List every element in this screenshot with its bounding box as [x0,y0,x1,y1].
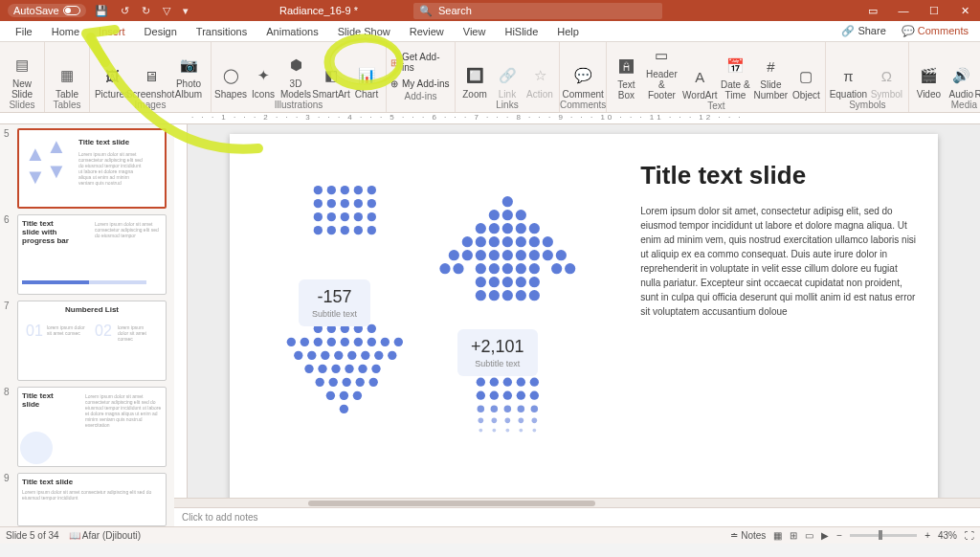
svg-point-39 [361,351,369,360]
zoom-in[interactable]: + [924,530,930,541]
headerfooter-button[interactable]: ▭Header & Footer [643,44,679,100]
notes-toggle[interactable]: ≐ Notes [730,530,766,541]
svg-point-5 [314,199,323,208]
audio-button[interactable]: 🔊Audio [946,64,976,100]
action-button[interactable]: ☆Action [524,64,555,100]
comment-icon: 💬 [573,66,592,85]
svg-point-88 [529,263,540,274]
pictures-button[interactable]: 🖼Pictures [94,64,130,100]
current-slide[interactable]: -157 Subtitle text +2,101 Subtitle text … [230,134,938,498]
svg-point-73 [449,250,459,260]
view-normal-icon[interactable]: ▦ [773,530,782,541]
comment-button[interactable]: 💬Comment [565,64,601,100]
share-button[interactable]: 🔗 Share [835,25,891,37]
svg-point-36 [321,351,329,360]
svg-point-72 [543,236,553,247]
chart-button[interactable]: 📊Chart [351,64,382,100]
slide-title[interactable]: Title text slide [640,161,919,190]
undo-icon[interactable]: ↺ [121,5,129,16]
scrollbar-horizontal[interactable] [174,498,980,507]
object-button[interactable]: ▢Object [791,65,821,100]
view-slideshow-icon[interactable]: ▶ [821,530,829,541]
search-box[interactable]: 🔍 Search [413,3,662,19]
maximize-icon[interactable]: ☐ [919,0,949,21]
redo-icon[interactable]: ↻ [142,5,150,16]
thumbnail-7[interactable]: 7 Numbered List 01 02 lorem ipsum dolor … [4,301,167,381]
icons-button[interactable]: ✦Icons [248,64,278,100]
tab-view[interactable]: View [454,21,496,42]
table-button[interactable]: ▦Table [49,64,85,100]
view-sorter-icon[interactable]: ⊞ [790,530,797,541]
slide-thumbnails[interactable]: 5 ▲ ▲ ▼ ▼ Title text slide Lorem ipsum d… [0,124,174,526]
svg-point-122 [492,429,496,433]
tab-animations[interactable]: Animations [256,21,327,42]
shapes-button[interactable]: ◯Shapes [215,64,246,100]
3dmodels-button[interactable]: ⬢3D Models [280,54,311,100]
svg-point-65 [529,223,540,234]
photo-album-icon: 📷 [179,56,198,75]
get-addins-button[interactable]: ⊞Get Add-ins [387,50,455,75]
fit-window-icon[interactable]: ⛶ [965,530,974,541]
svg-point-86 [502,263,513,274]
svg-point-17 [341,226,349,234]
tab-hislide[interactable]: HiSlide [495,21,547,42]
zoom-slider[interactable] [850,534,917,537]
slide-body[interactable]: Lorem ipsum dolor sit amet, consectetur … [640,204,919,319]
zoom-button[interactable]: 🔲Zoom [459,64,490,100]
my-addins-button[interactable]: ⊕My Add-ins [387,77,455,91]
tab-design[interactable]: Design [135,21,187,42]
svg-point-44 [331,365,340,373]
tab-transitions[interactable]: Transitions [187,21,256,42]
svg-point-106 [477,391,485,400]
svg-point-6 [327,199,336,208]
svg-point-101 [477,378,485,387]
save-icon[interactable]: 💾 [95,5,108,16]
zoom-level[interactable]: 43% [938,530,957,541]
symbol-button[interactable]: ΩSymbol [868,64,904,100]
thumbnail-9[interactable]: 9 Title text slide Lorem ipsum dolor sit… [4,473,167,526]
tab-slideshow[interactable]: Slide Show [328,21,400,42]
link-icon: 🔗 [498,66,517,85]
group-illustrations: ◯Shapes ✦Icons ⬢3D Models ◧SmartArt 📊Cha… [212,42,387,112]
video-button[interactable]: 🎬Video [913,64,944,100]
zoom-out[interactable]: − [836,530,842,541]
view-reading-icon[interactable]: ▭ [805,530,813,541]
textbox-button[interactable]: 🅰Text Box [611,55,641,100]
svg-point-14 [368,212,376,221]
new-slide-button[interactable]: ▤New Slide [4,54,40,100]
table-icon: ▦ [57,66,77,85]
customize-qat-icon[interactable]: ▾ [183,5,189,16]
tab-help[interactable]: Help [547,21,589,42]
slide-canvas[interactable]: -157 Subtitle text +2,101 Subtitle text … [188,124,980,498]
svg-point-12 [341,212,349,221]
svg-point-54 [340,391,348,400]
thumbnail-6[interactable]: 6 Title text slide with progress bar Lor… [4,214,167,295]
start-icon[interactable]: ▽ [163,5,170,16]
screenshot-button[interactable]: 🖥Screenshot [132,64,168,100]
svg-point-87 [516,263,526,274]
datetime-button[interactable]: 📅Date & Time [720,55,750,100]
svg-point-117 [492,418,498,424]
notes-pane[interactable]: Click to add notes [174,507,980,526]
equation-button[interactable]: πEquation [830,64,866,100]
link-button[interactable]: 🔗Link [492,64,523,100]
svg-point-29 [341,338,349,346]
ribbon-options-icon[interactable]: ▭ [858,0,888,21]
minimize-icon[interactable]: — [888,0,919,21]
autosave-toggle[interactable]: AutoSave [8,4,86,17]
tab-insert[interactable]: Insert [89,21,135,42]
comments-button[interactable]: 💬 Comments [896,25,974,37]
wordart-button[interactable]: AWordArt [681,65,718,100]
svg-point-59 [502,210,513,220]
lang-label[interactable]: 📖 Afar (Djibouti) [69,530,141,541]
slidenumber-button[interactable]: #Slide Number [752,55,789,100]
tab-review[interactable]: Review [400,21,454,42]
thumbnail-5[interactable]: 5 ▲ ▲ ▼ ▼ Title text slide Lorem ipsum d… [4,128,167,209]
tab-home[interactable]: Home [42,21,89,42]
smartart-button[interactable]: ◧SmartArt [313,64,349,100]
photo-album-button[interactable]: 📷Photo Album [170,54,207,100]
close-icon[interactable]: ✕ [949,0,980,21]
svg-point-95 [529,277,540,287]
tab-file[interactable]: File [6,21,42,42]
thumbnail-8[interactable]: 8 Title text slide Lorem ipsum dolor sit… [4,387,167,467]
